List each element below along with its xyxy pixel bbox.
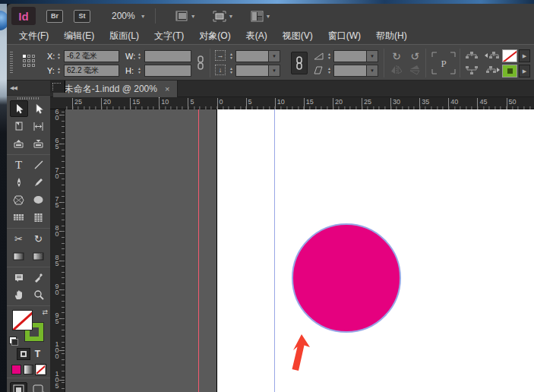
divider: [460, 49, 460, 77]
vertical-ruler[interactable]: 6065707580859095100105: [50, 109, 65, 392]
menu-item-3[interactable]: 文字(T): [147, 28, 191, 44]
rotation-stepper[interactable]: ▲▼: [326, 50, 333, 62]
tool-free-transform[interactable]: ↻: [30, 230, 48, 247]
tool-content-placer[interactable]: [30, 135, 48, 152]
h-ruler-label: 20: [333, 98, 343, 106]
tool-scissors[interactable]: ✂: [10, 230, 28, 247]
reference-point-proxy[interactable]: [23, 55, 38, 70]
h-ruler-label: 50: [507, 98, 517, 106]
tool-gap[interactable]: [30, 118, 48, 134]
tool-page[interactable]: [10, 118, 28, 134]
indesign-window: Id Br St 200% ▼ ▼ ▼: [7, 4, 534, 392]
fill-color-swatch[interactable]: [502, 49, 517, 62]
collapse-panel-button[interactable]: ◀◀: [7, 81, 50, 96]
v-ruler-label: 85: [52, 254, 62, 267]
tool-pencil[interactable]: [30, 174, 48, 191]
menu-item-4[interactable]: 对象(O): [191, 28, 238, 44]
tool-direct-selection[interactable]: [30, 100, 48, 117]
h-ruler-label: 25: [72, 98, 82, 106]
arrange-documents-button[interactable]: ▼: [247, 9, 275, 24]
screen-mode-normal-button[interactable]: [10, 382, 27, 392]
select-next-object-icon[interactable]: [484, 65, 501, 74]
apply-gradient-swatch[interactable]: [24, 365, 33, 375]
menu-item-5[interactable]: 表(A): [239, 28, 275, 44]
menu-item-2[interactable]: 版面(L): [102, 28, 147, 44]
constrain-scale-link-icon[interactable]: [291, 52, 308, 74]
shear-stepper[interactable]: ▲▼: [326, 65, 333, 77]
tool-selection[interactable]: [10, 100, 28, 117]
tool-gradient-swatch[interactable]: [10, 248, 28, 264]
tool-zoom[interactable]: [30, 286, 48, 303]
menu-item-7[interactable]: 窗口(W): [321, 28, 368, 44]
paragraph-style-badge[interactable]: P: [431, 51, 457, 78]
scale-y-stepper[interactable]: ▲▼: [228, 65, 235, 77]
stroke-color-swatch[interactable]: [502, 65, 517, 77]
rotate-cw-button[interactable]: ↻: [389, 50, 404, 62]
select-content-down-icon[interactable]: [463, 65, 480, 74]
shear-combo[interactable]: ▼: [333, 65, 378, 77]
tool-ellipse[interactable]: [30, 191, 48, 208]
stock-button[interactable]: St: [74, 10, 90, 23]
scale-x-stepper[interactable]: ▲▼: [228, 50, 235, 62]
horizontal-ruler[interactable]: 25201510505101520253035404550: [50, 97, 534, 109]
w-stepper[interactable]: ▲▼: [136, 50, 143, 62]
h-ruler-label: 20: [101, 98, 111, 106]
default-fill-stroke-icon[interactable]: [9, 337, 17, 344]
select-container-up-icon[interactable]: [463, 50, 480, 60]
screen-mode-button[interactable]: ▼: [209, 9, 238, 24]
control-panel: X: ▲▼ -6.2 毫米 Y: ▲▼ 62.2 毫米 W: ▲▼ H: ▲▼: [7, 44, 534, 81]
select-previous-object-icon[interactable]: [484, 50, 501, 60]
h-stepper[interactable]: ▲▼: [136, 65, 143, 77]
apply-color-swatch[interactable]: [11, 365, 21, 375]
y-input[interactable]: 62.2 毫米: [64, 65, 119, 77]
tool-horizontal-grid[interactable]: [10, 209, 28, 226]
rotation-combo[interactable]: ▼: [333, 50, 378, 62]
menu-item-8[interactable]: 帮助(H): [368, 28, 415, 44]
menu-item-6[interactable]: 视图(V): [275, 28, 321, 44]
swap-fill-stroke-icon[interactable]: ⇄: [42, 308, 48, 316]
rotate-ccw-button[interactable]: ↺: [407, 50, 422, 62]
scale-y-combo[interactable]: ▼: [235, 65, 280, 77]
apply-none-swatch[interactable]: [36, 365, 46, 375]
margin-guide[interactable]: [274, 109, 275, 392]
zoom-level-dropdown[interactable]: 200% ▼: [109, 9, 149, 23]
close-icon[interactable]: ×: [165, 84, 169, 93]
fill-options-button[interactable]: ▶: [519, 49, 530, 62]
tool-type[interactable]: T: [10, 156, 28, 173]
tool-gradient-feather[interactable]: [30, 248, 48, 264]
y-stepper[interactable]: ▲▼: [55, 65, 62, 77]
ruler-origin-corner[interactable]: [50, 81, 65, 93]
tool-note[interactable]: [10, 269, 28, 286]
menu-item-1[interactable]: 编辑(E): [56, 28, 102, 44]
tool-content-collector[interactable]: [10, 135, 28, 152]
x-input[interactable]: -6.2 毫米: [64, 50, 119, 62]
fill-swatch[interactable]: [12, 310, 33, 330]
scale-x-combo[interactable]: ▼: [235, 50, 280, 62]
canvas[interactable]: [65, 109, 534, 392]
menu-item-0[interactable]: 文件(F): [11, 28, 56, 44]
bleed-guide[interactable]: [198, 109, 199, 392]
formatting-affects-text-button[interactable]: T: [35, 349, 40, 359]
chevron-down-icon: ▼: [191, 14, 196, 19]
panel-grip[interactable]: [10, 52, 13, 74]
tool-vertical-grid[interactable]: [30, 209, 48, 226]
w-input[interactable]: [144, 50, 191, 62]
document-tab[interactable]: *未命名-1.indd @ 200% ×: [53, 81, 178, 97]
tool-hand[interactable]: [10, 286, 28, 303]
bridge-button[interactable]: Br: [46, 10, 63, 23]
h-input[interactable]: [144, 65, 191, 77]
x-stepper[interactable]: ▲▼: [55, 50, 62, 62]
tool-polygon-frame[interactable]: [10, 191, 28, 208]
tool-line[interactable]: [30, 156, 48, 173]
flip-horizontal-button[interactable]: [389, 65, 404, 77]
tool-eyedropper[interactable]: [30, 269, 48, 286]
view-options-button[interactable]: ▼: [171, 9, 200, 24]
screen-mode-preview-button[interactable]: [30, 382, 48, 392]
stroke-options-button[interactable]: ▶: [519, 65, 530, 77]
flip-vertical-button[interactable]: [407, 65, 422, 77]
h-ruler-label: 15: [304, 98, 314, 106]
tool-pen[interactable]: [10, 174, 28, 191]
formatting-affects-container-button[interactable]: [17, 348, 30, 360]
ellipse-object[interactable]: [292, 223, 401, 333]
constrain-wh-link-icon[interactable]: [195, 55, 206, 74]
